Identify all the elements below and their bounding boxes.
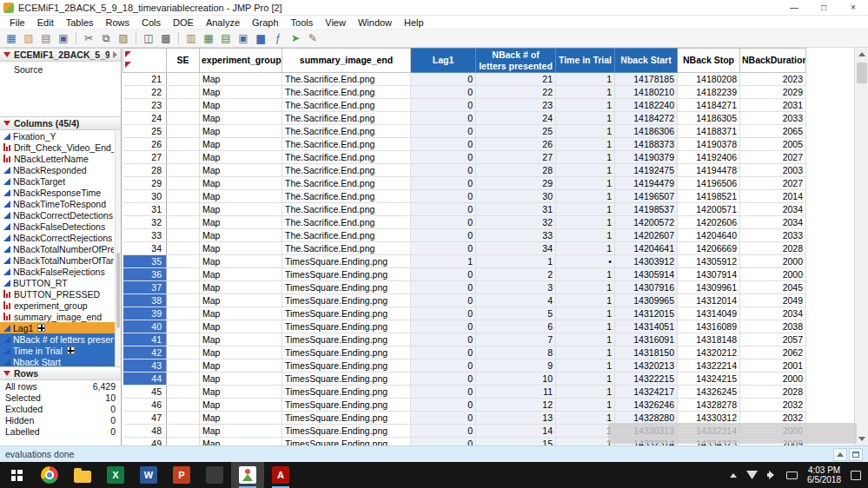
cell[interactable]: 12: [476, 399, 556, 412]
cell[interactable]: [167, 294, 200, 307]
copy-button[interactable]: ⧉: [97, 30, 115, 46]
cell[interactable]: 0: [411, 346, 476, 359]
cell[interactable]: Map: [200, 164, 282, 177]
open-file-button[interactable]: ▧: [20, 30, 37, 46]
cell[interactable]: 1: [556, 203, 615, 216]
cell[interactable]: 14305914: [615, 268, 678, 281]
cell[interactable]: TimesSquare.Ending.png: [282, 386, 411, 399]
cell[interactable]: Map: [200, 373, 282, 386]
column-header-summary-image-end[interactable]: summary_image_end: [282, 49, 411, 73]
taskbar-start-button[interactable]: [0, 462, 33, 488]
cut-button[interactable]: ✂: [80, 30, 97, 46]
column-header-experiment-group[interactable]: experiment_group: [200, 49, 282, 73]
cell[interactable]: 2045: [740, 281, 806, 294]
column-header-nback-start[interactable]: Nback Start: [615, 49, 678, 73]
cell[interactable]: 1: [556, 268, 615, 281]
column-header-time-in-trial[interactable]: Time in Trial: [556, 49, 615, 73]
keyboard-icon[interactable]: [786, 472, 798, 479]
cell[interactable]: 1: [556, 151, 615, 164]
row-number[interactable]: 46: [123, 399, 167, 412]
cell[interactable]: 1: [556, 320, 615, 333]
cell[interactable]: 2034: [740, 203, 806, 216]
cell[interactable]: 2034: [740, 307, 806, 320]
cell[interactable]: 14320212: [678, 346, 740, 359]
column-item-nbacktarget[interactable]: NBackTarget: [0, 175, 121, 187]
row-number[interactable]: 35: [123, 255, 167, 268]
paste-button[interactable]: ▨: [115, 30, 132, 46]
rows-stat-excluded[interactable]: Excluded0: [0, 403, 121, 414]
distribution-chart-button[interactable]: ▆: [252, 30, 269, 46]
row-number[interactable]: 43: [123, 359, 167, 373]
cell[interactable]: The.Sacrifice.End.png: [282, 203, 411, 216]
cell[interactable]: 0: [411, 438, 476, 446]
panel-expand-icon[interactable]: [113, 51, 117, 58]
cell[interactable]: Map: [200, 190, 282, 203]
cell[interactable]: [167, 438, 200, 446]
cell[interactable]: Map: [200, 138, 282, 151]
taskbar-excel-button[interactable]: X: [99, 462, 132, 488]
cell[interactable]: [167, 307, 200, 320]
cell[interactable]: 14202607: [615, 229, 678, 242]
menu-help[interactable]: Help: [398, 16, 430, 29]
cell[interactable]: 14307914: [678, 268, 740, 281]
cell[interactable]: 2027: [740, 177, 806, 190]
column-item-nbackcorrectrejections[interactable]: NBackCorrectRejections: [0, 232, 121, 243]
cell[interactable]: 14188373: [615, 138, 678, 151]
column-item-button-rt[interactable]: BUTTON_RT: [0, 277, 121, 288]
cell[interactable]: [167, 112, 200, 125]
cell[interactable]: 1: [476, 255, 556, 268]
taskbar-acrobat-button[interactable]: A: [264, 462, 297, 488]
column-item-lag1[interactable]: Lag1: [0, 322, 121, 333]
cell[interactable]: 1: [556, 333, 615, 346]
cell[interactable]: The.Sacrifice.End.png: [282, 99, 411, 112]
row-number[interactable]: 48: [123, 425, 167, 438]
cell[interactable]: 0: [411, 190, 476, 203]
cell[interactable]: 32: [476, 216, 556, 229]
cell[interactable]: 2005: [740, 138, 806, 151]
taskbar-clock[interactable]: 4:03 PM 6/5/2018: [807, 465, 841, 485]
menu-graph[interactable]: Graph: [246, 16, 285, 29]
cell[interactable]: 1: [556, 138, 615, 151]
vertical-scrollbar[interactable]: [854, 48, 868, 445]
cell[interactable]: 14184272: [615, 112, 678, 125]
cell[interactable]: [167, 399, 200, 412]
column-item-nbackcorrectdetections[interactable]: NBackCorrectDetections: [0, 209, 121, 221]
cell[interactable]: The.Sacrifice.End.png: [282, 151, 411, 164]
cell[interactable]: 13: [476, 412, 556, 425]
cell[interactable]: [167, 281, 200, 294]
column-item-nbacktimetorespond[interactable]: NBackTimeToRespond: [0, 198, 121, 209]
cell[interactable]: The.Sacrifice.End.png: [282, 125, 411, 138]
cell[interactable]: 2: [476, 268, 556, 281]
new-data-table-button[interactable]: ▦: [3, 30, 20, 46]
taskbar-jmp-button[interactable]: [231, 462, 264, 488]
cell[interactable]: Map: [200, 86, 282, 99]
menu-doe[interactable]: DOE: [167, 16, 200, 29]
cell[interactable]: [167, 99, 200, 112]
cell[interactable]: [167, 138, 200, 151]
cell[interactable]: 14194479: [615, 177, 678, 190]
cell[interactable]: The.Sacrifice.End.png: [282, 190, 411, 203]
cell[interactable]: 2014: [740, 190, 806, 203]
cell[interactable]: [167, 320, 200, 333]
cell[interactable]: Map: [200, 333, 282, 346]
cell[interactable]: 22: [476, 86, 556, 99]
cell[interactable]: 0: [411, 164, 476, 177]
cell[interactable]: 14190378: [678, 138, 740, 151]
cell[interactable]: 14198521: [678, 190, 740, 203]
table-panel-menu-icon[interactable]: [3, 52, 10, 57]
cell[interactable]: 1: [556, 399, 615, 412]
scroll-down-button[interactable]: [855, 432, 868, 445]
cell[interactable]: 33: [476, 229, 556, 242]
cell[interactable]: [167, 125, 200, 138]
cell[interactable]: 14314051: [615, 320, 678, 333]
scroll-up-button[interactable]: [855, 48, 868, 61]
cell[interactable]: 27: [476, 151, 556, 164]
column-item-nbacktotalnumberofpres[interactable]: NBackTotalNumberOfPres...: [0, 243, 121, 254]
cell[interactable]: Map: [200, 399, 282, 412]
formula-editor-button[interactable]: ƒ: [269, 30, 287, 46]
cell[interactable]: 1: [556, 177, 615, 190]
row-number[interactable]: 36: [123, 268, 167, 281]
cell[interactable]: 2033: [740, 229, 806, 242]
cell[interactable]: 0: [411, 320, 476, 333]
row-number[interactable]: 21: [123, 73, 167, 86]
